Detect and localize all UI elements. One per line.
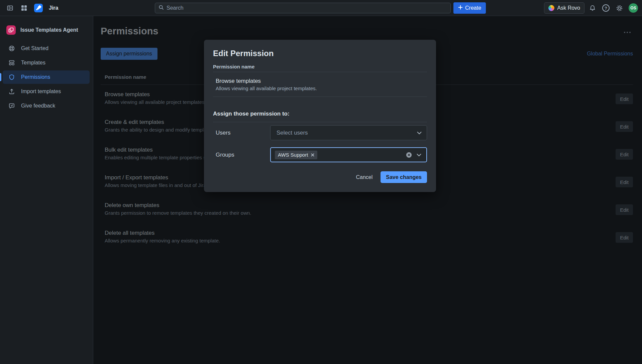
topbar-right: Ask Rovo [544, 0, 638, 16]
ask-rovo-button[interactable]: Ask Rovo [544, 2, 584, 14]
sidebar-item-get-started[interactable]: Get Started [3, 42, 90, 55]
sidebar-item-import-templates[interactable]: Import templates [3, 85, 90, 98]
group-tag: AWS Support [275, 151, 317, 159]
ask-rovo-label: Ask Rovo [557, 5, 580, 11]
rovo-icon [548, 5, 554, 11]
chevron-down-icon [417, 152, 421, 158]
assign-to-heading: Assign those permission to: [213, 110, 427, 118]
app-name: Jira [49, 5, 58, 11]
topbar: Jira Create Ask Rovo [0, 0, 642, 16]
cancel-button[interactable]: Cancel [356, 174, 372, 180]
gear-icon [616, 5, 623, 12]
app-screen: Jira Create Ask Rovo [0, 0, 642, 364]
project-icon [6, 25, 16, 35]
sidebar-item-label: Give feedback [21, 103, 55, 109]
groups-row: Groups AWS Support [213, 147, 427, 162]
group-tag-label: AWS Support [278, 152, 308, 158]
modal-footer: Cancel Save changes [213, 171, 427, 183]
feedback-icon [8, 103, 15, 109]
active-item-indicator [0, 73, 1, 81]
save-changes-button[interactable]: Save changes [381, 171, 427, 183]
avatar-initials: OS [630, 6, 636, 10]
clear-selection-icon[interactable] [406, 152, 412, 158]
create-button-label: Create [465, 5, 481, 11]
modal-permission-description: Allows viewing all available project tem… [216, 85, 427, 92]
remove-tag-icon[interactable] [311, 153, 314, 157]
sidebar-item-label: Permissions [21, 74, 50, 80]
sidebar-item-give-feedback[interactable]: Give feedback [3, 99, 90, 113]
users-select-placeholder: Select users [277, 130, 412, 136]
search-input[interactable] [167, 5, 447, 11]
search-bar[interactable] [155, 3, 451, 13]
search-icon [158, 5, 164, 11]
create-button[interactable]: Create [453, 2, 486, 14]
settings-button[interactable] [614, 3, 625, 13]
edit-permission-modal: Edit Permission Permission name Browse t… [204, 40, 436, 192]
sidebar-item-label: Templates [21, 60, 45, 66]
divider [213, 97, 427, 97]
users-row: Users Select users [213, 125, 427, 140]
target-icon [8, 45, 15, 52]
sidebar-item-templates[interactable]: Templates [3, 56, 90, 69]
sidebar-toggle-button[interactable] [5, 3, 15, 13]
help-icon [602, 4, 610, 12]
app-switcher-button[interactable] [19, 3, 29, 13]
divider [213, 122, 427, 122]
sidebar-item-permissions[interactable]: Permissions [3, 70, 90, 84]
modal-title: Edit Permission [213, 48, 427, 58]
upload-icon [8, 88, 15, 95]
user-avatar[interactable]: OS [629, 3, 638, 13]
topbar-left: Jira [0, 3, 58, 13]
groups-select[interactable]: AWS Support [270, 147, 427, 162]
help-button[interactable] [601, 3, 611, 13]
shield-icon [8, 74, 15, 80]
users-select[interactable]: Select users [270, 125, 427, 140]
chevron-down-icon [417, 130, 422, 136]
modal-permission-name: Browse templates [216, 77, 427, 85]
groups-selected-values: AWS Support [275, 151, 401, 159]
plus-icon [458, 5, 463, 11]
notifications-button[interactable] [587, 3, 598, 13]
project-header[interactable]: Issue Templates Agent [0, 16, 93, 41]
divider [213, 72, 427, 72]
sidebar-collapse-icon [7, 5, 13, 11]
project-name: Issue Templates Agent [20, 27, 78, 33]
sidebar-item-label: Get Started [21, 45, 48, 51]
groups-label: Groups [213, 152, 270, 158]
jira-logo-icon[interactable] [34, 4, 43, 12]
sidebar: Issue Templates Agent Get Started Te [0, 16, 93, 364]
permission-name-label: Permission name [213, 64, 427, 70]
sidebar-item-label: Import templates [21, 88, 61, 95]
bell-icon [589, 5, 596, 11]
layout-icon [8, 59, 15, 66]
app-grid-icon [21, 5, 27, 11]
users-label: Users [213, 130, 270, 136]
